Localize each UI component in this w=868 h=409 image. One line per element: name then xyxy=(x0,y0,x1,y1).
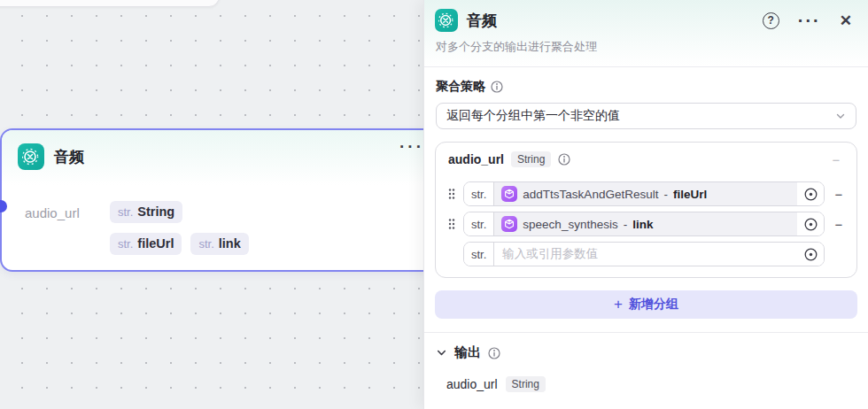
ref-separator: - xyxy=(624,218,628,231)
variable-reference-chip[interactable]: addTtsTaskAndGetResult - fileUrl xyxy=(494,182,797,205)
plugin-icon xyxy=(501,216,517,232)
node-output-params: audio_url str.String str.fileUrl str.lin… xyxy=(25,201,249,265)
ref-field-name: link xyxy=(632,218,653,231)
drag-handle-icon[interactable] xyxy=(446,218,457,230)
value-input[interactable]: 输入或引用参数值 xyxy=(494,243,797,266)
info-icon[interactable] xyxy=(488,347,500,359)
close-icon[interactable]: ✕ xyxy=(840,12,852,30)
ref-field-name: fileUrl xyxy=(673,188,707,201)
reference-picker-icon[interactable] xyxy=(797,182,824,205)
aggregate-node-icon xyxy=(18,143,44,170)
output-param-name: audio_url xyxy=(446,377,498,391)
variable-row: str. speech_synthesis - link − xyxy=(446,212,847,236)
collapse-chevron-icon[interactable] xyxy=(436,347,447,359)
variable-value-box[interactable]: str. 输入或引用参数值 xyxy=(463,242,825,266)
workflow-canvas[interactable]: 音频 ··· audio_url str.String str.fileUrl … xyxy=(0,0,424,409)
type-prefix: str. xyxy=(464,212,494,235)
strategy-section: 聚合策略 返回每个分组中第一个非空的值 xyxy=(424,67,868,129)
info-icon[interactable] xyxy=(558,153,570,166)
panel-header: 音频 ? ··· ✕ xyxy=(424,0,868,37)
partial-node-above[interactable] xyxy=(0,0,220,7)
reference-picker-icon[interactable] xyxy=(797,243,824,266)
type-prefix: str. xyxy=(464,182,494,205)
plus-icon: + xyxy=(614,296,623,313)
audio-aggregator-node[interactable]: 音频 ··· audio_url str.String str.fileUrl … xyxy=(0,128,424,272)
variable-row: str. 输入或引用参数值 xyxy=(446,242,847,266)
output-param-row: audio_url String xyxy=(446,376,854,392)
workflow-editor: 音频 ··· audio_url str.String str.fileUrl … xyxy=(0,0,868,409)
aggregation-group-card: audio_url String − str. addTtsTaskAndGet… xyxy=(435,142,857,278)
node-title: 音频 xyxy=(54,147,84,167)
add-group-button[interactable]: + 新增分组 xyxy=(435,290,857,319)
remove-row-button[interactable]: − xyxy=(831,217,847,232)
plugin-icon xyxy=(501,186,517,202)
group-type-chip: String xyxy=(511,151,551,167)
node-description: 对多个分支的输出进行聚合处理 xyxy=(424,37,868,66)
strategy-label: 聚合策略 xyxy=(436,79,485,95)
node-more-button[interactable]: ··· xyxy=(399,137,424,157)
remove-row-button[interactable]: − xyxy=(831,187,847,202)
more-menu-icon[interactable]: ··· xyxy=(798,16,821,25)
variable-value-box[interactable]: str. addTtsTaskAndGetResult - fileUrl xyxy=(463,181,825,206)
node-header: 音频 ··· xyxy=(2,130,424,170)
ref-node-name: speech_synthesis xyxy=(523,218,617,231)
panel-title: 音频 xyxy=(467,11,497,31)
aggregate-node-icon xyxy=(435,9,458,32)
help-icon[interactable]: ? xyxy=(763,12,779,29)
param-type-chip: str.link xyxy=(190,233,248,255)
drag-handle-icon[interactable] xyxy=(446,188,457,200)
ref-node-name: addTtsTaskAndGetResult xyxy=(523,188,658,201)
add-group-label: 新增分组 xyxy=(629,297,678,313)
output-label: 输出 xyxy=(454,344,481,361)
param-type-chip: str.fileUrl xyxy=(110,233,182,255)
variable-value-box[interactable]: str. speech_synthesis - link xyxy=(463,212,825,236)
strategy-selected-value: 返回每个分组中第一个非空的值 xyxy=(446,108,620,124)
variable-reference-chip[interactable]: speech_synthesis - link xyxy=(494,212,797,235)
group-name: audio_url xyxy=(448,152,504,166)
ref-separator: - xyxy=(663,188,668,201)
type-prefix: str. xyxy=(464,243,494,266)
node-input-port[interactable] xyxy=(0,200,7,212)
param-type-chip: str.String xyxy=(110,201,182,223)
chevron-down-icon xyxy=(835,111,846,121)
param-name: audio_url xyxy=(25,201,110,220)
node-config-panel: 音频 ? ··· ✕ 对多个分支的输出进行聚合处理 聚合策略 返回每个分组中第一… xyxy=(423,0,868,409)
remove-group-button[interactable]: − xyxy=(828,152,844,167)
info-icon[interactable] xyxy=(491,81,503,93)
variable-row: str. addTtsTaskAndGetResult - fileUrl − xyxy=(446,181,847,206)
reference-picker-icon[interactable] xyxy=(797,212,824,235)
param-name-spacer xyxy=(25,233,110,237)
strategy-select[interactable]: 返回每个分组中第一个非空的值 xyxy=(436,103,856,129)
output-param-type-chip: String xyxy=(506,376,546,392)
output-section: 输出 audio_url String xyxy=(424,333,868,392)
